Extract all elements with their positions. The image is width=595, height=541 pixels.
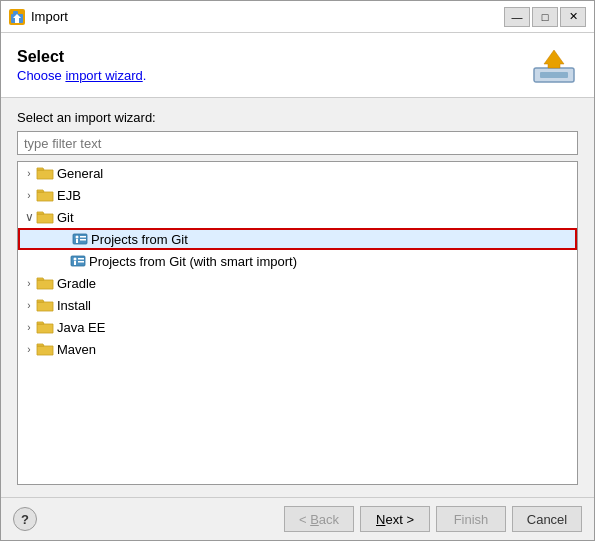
titlebar: Import — □ ✕ [1,1,594,33]
tree-item-general[interactable]: › General [18,162,577,184]
header-title: Select [17,48,146,66]
finish-button[interactable]: Finish [436,506,506,532]
tree-item-maven[interactable]: › Maven [18,338,577,360]
svg-rect-14 [74,261,76,265]
label-projects-from-git: Projects from Git [91,232,188,247]
window-title: Import [31,9,504,24]
back-button[interactable]: < Back [284,506,354,532]
git-smart-icon [70,254,86,268]
toggle-java-ee: › [22,322,36,333]
filter-input[interactable] [17,131,578,155]
toggle-git: ∨ [22,210,36,224]
tree-item-ejb[interactable]: › EJB [18,184,577,206]
tree-item-projects-from-git[interactable]: Projects from Git [18,228,577,250]
finish-label: Finish [454,512,489,527]
subtitle-link[interactable]: import wizard [65,68,142,83]
subtitle-prefix: Choose [17,68,65,83]
cancel-button[interactable]: Cancel [512,506,582,532]
subtitle-suffix: . [143,68,147,83]
header-text: Select Choose import wizard. [17,48,146,83]
import-icon-svg [532,46,576,84]
import-dialog: Import — □ ✕ Select Choose import wizard… [0,0,595,541]
svg-rect-16 [78,261,84,263]
label-git: Git [57,210,74,225]
label-projects-from-git-smart: Projects from Git (with smart import) [89,254,297,269]
toggle-ejb: › [22,190,36,201]
back-label: < Back [299,512,339,527]
folder-icon-general [36,166,54,180]
label-install: Install [57,298,91,313]
toggle-general: › [22,168,36,179]
svg-point-13 [74,258,77,261]
header-section: Select Choose import wizard. [1,33,594,98]
help-button[interactable]: ? [13,507,37,531]
folder-icon-java-ee [36,320,54,334]
label-java-ee: Java EE [57,320,105,335]
tree-item-projects-from-git-smart[interactable]: Projects from Git (with smart import) [18,250,577,272]
tree-item-git[interactable]: ∨ Git [18,206,577,228]
footer: ? < Back Next > Finish Cancel [1,497,594,540]
tree-item-install[interactable]: › Install [18,294,577,316]
toggle-install: › [22,300,36,311]
section-label: Select an import wizard: [17,110,578,125]
svg-marker-6 [544,50,564,68]
svg-rect-5 [540,72,568,78]
svg-rect-11 [80,239,86,241]
minimize-button[interactable]: — [504,7,530,27]
git-projects-icon [72,232,88,246]
folder-icon-ejb [36,188,54,202]
next-button[interactable]: Next > [360,506,430,532]
next-label: Next > [376,512,414,527]
folder-icon-maven [36,342,54,356]
maximize-button[interactable]: □ [532,7,558,27]
svg-point-8 [76,236,79,239]
svg-rect-10 [80,236,86,238]
cancel-label: Cancel [527,512,567,527]
toggle-maven: › [22,344,36,355]
label-ejb: EJB [57,188,81,203]
window-icon [9,9,25,25]
tree-item-gradle[interactable]: › Gradle [18,272,577,294]
label-maven: Maven [57,342,96,357]
svg-rect-15 [78,258,84,260]
footer-buttons: < Back Next > Finish Cancel [284,506,582,532]
toggle-gradle: › [22,278,36,289]
label-general: General [57,166,103,181]
main-content: Select an import wizard: › General › [1,98,594,497]
folder-icon-install [36,298,54,312]
close-button[interactable]: ✕ [560,7,586,27]
tree-item-java-ee[interactable]: › Java EE [18,316,577,338]
folder-icon-git [36,210,54,224]
label-gradle: Gradle [57,276,96,291]
header-subtitle: Choose import wizard. [17,68,146,83]
svg-rect-9 [76,239,78,243]
svg-rect-3 [15,18,19,23]
window-controls: — □ ✕ [504,7,586,27]
folder-icon-gradle [36,276,54,290]
tree-container[interactable]: › General › EJB [17,161,578,485]
import-wizard-icon [530,45,578,85]
